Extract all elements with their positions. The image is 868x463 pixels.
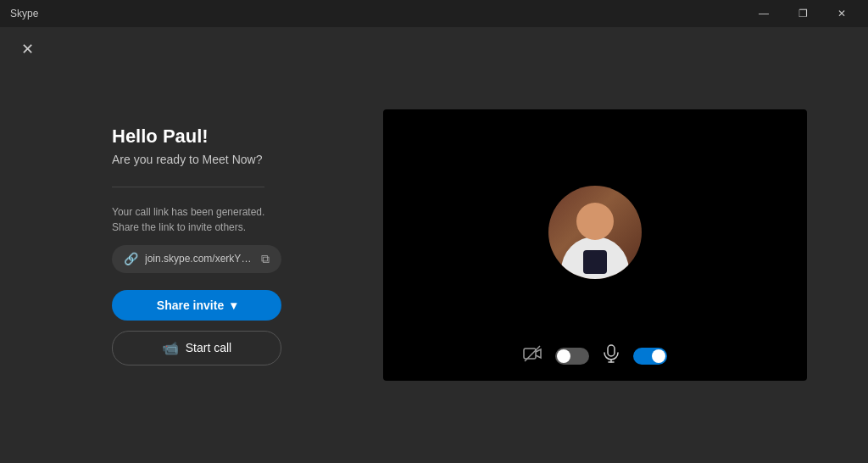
camera-off-icon[interactable] [523,344,542,367]
maximize-button[interactable]: ❐ [783,0,822,27]
call-link-text: join.skype.com/xerkYKtssme4 [145,253,254,265]
start-call-label: Start call [186,341,231,354]
minimize-button[interactable]: — [744,0,783,27]
subtitle-text: Are you ready to Meet Now? [112,153,332,166]
start-call-button[interactable]: 📹 Start call [112,331,281,365]
camera-toggle-switch[interactable] [555,348,589,365]
link-icon: 🔗 [124,252,138,265]
share-invite-button[interactable]: Share invite ▾ [112,290,281,321]
call-link-box[interactable]: 🔗 join.skype.com/xerkYKtssme4 ⧉ [112,245,281,273]
audio-toggle-switch[interactable] [633,348,667,365]
divider [112,187,264,187]
microphone-icon[interactable] [603,344,620,367]
toggle-knob-audio [652,349,665,363]
greeting-text: Hello Paul! [112,126,332,148]
left-panel: Hello Paul! Are you ready to Meet Now? Y… [61,126,332,365]
link-info-text: Your call link has been generated. Share… [112,204,332,235]
window-close-button[interactable]: ✕ [822,0,861,27]
share-invite-label: Share invite [157,298,224,312]
shirt-logo [583,250,607,274]
avatar [548,186,642,279]
svg-rect-2 [608,345,615,356]
video-controls-bar [523,344,667,367]
video-preview-panel [383,109,807,381]
main-content: Hello Paul! Are you ready to Meet Now? Y… [0,27,868,463]
svg-rect-0 [524,349,536,359]
window-controls: — ❐ ✕ [744,0,861,27]
titlebar: Skype — ❐ ✕ [0,0,868,27]
video-cam-icon: 📹 [162,340,179,356]
app-title: Skype [10,8,38,20]
person-head [576,203,614,240]
copy-link-button[interactable]: ⧉ [261,252,270,266]
chevron-down-icon: ▾ [231,298,236,312]
person-body [561,237,629,279]
toggle-knob [557,349,570,363]
